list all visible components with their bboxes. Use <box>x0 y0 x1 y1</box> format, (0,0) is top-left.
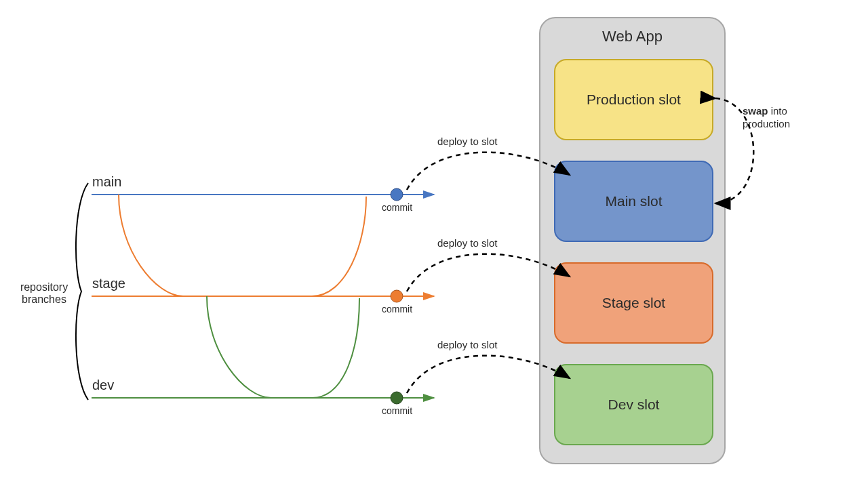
diagram-svg <box>0 0 868 488</box>
deploy-arrow-main <box>407 152 570 190</box>
deploy-arrow-stage <box>407 254 570 291</box>
merge-dev-stage-down <box>207 296 271 398</box>
deploy-arrow-dev <box>407 356 570 393</box>
merge-dev-stage-up <box>312 298 359 398</box>
diagram-stage: Web App Production slot Main slot Stage … <box>0 0 868 488</box>
commit-dot-dev <box>391 392 403 404</box>
bracket-icon <box>76 183 88 400</box>
merge-stage-main-down <box>119 195 183 296</box>
swap-arrow <box>715 98 753 203</box>
commit-dot-stage <box>391 290 403 302</box>
merge-stage-main-up <box>312 197 366 296</box>
commit-dot-main <box>391 188 403 201</box>
